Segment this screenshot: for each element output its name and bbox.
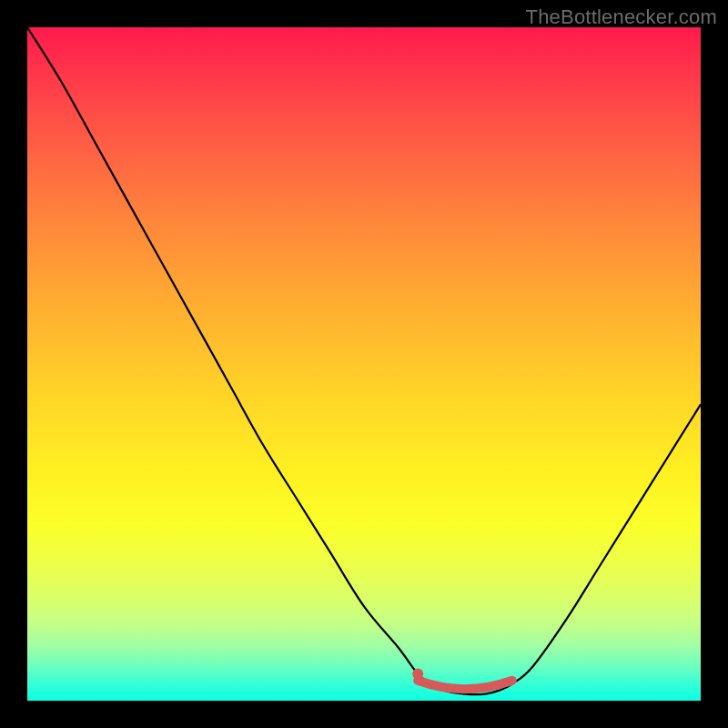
bottleneck-curve — [27, 27, 701, 694]
optimal-point-dot — [412, 668, 423, 679]
optimal-range-highlight — [418, 681, 512, 689]
plot-area — [27, 27, 701, 701]
chart-frame: TheBottlenecker.com — [0, 0, 728, 728]
curve-layer — [27, 27, 701, 701]
watermark-text: TheBottlenecker.com — [526, 5, 717, 29]
